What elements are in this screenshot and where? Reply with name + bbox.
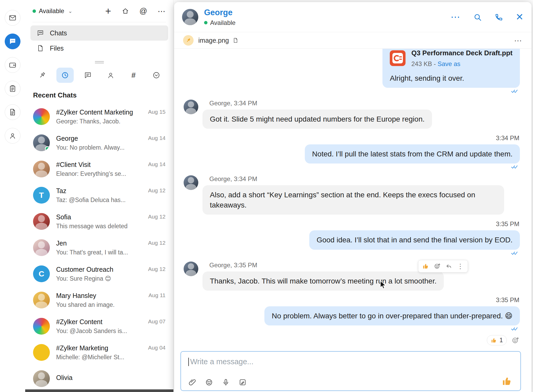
- text-caret: [188, 358, 189, 366]
- ppt-file-icon: [390, 50, 406, 66]
- drag-handle[interactable]: [95, 61, 104, 63]
- chat-list-item[interactable]: SofiaThis message was deleted Aug 12: [29, 208, 169, 235]
- chat-list-item[interactable]: Mary HansleyYou shared an image. Aug 11: [29, 287, 169, 313]
- channels-filter-icon[interactable]: #: [125, 68, 142, 83]
- message-bubble[interactable]: Noted. I’ll pull the latest stats from t…: [305, 144, 520, 164]
- thumbs-up-icon: [491, 337, 497, 344]
- add-reaction-icon[interactable]: [511, 336, 519, 344]
- avatar: [33, 108, 50, 125]
- message-bubble[interactable]: Good idea. I’ll slot that in and send th…: [309, 230, 520, 249]
- avatar[interactable]: [184, 262, 198, 276]
- message-composer[interactable]: Write a message...: [180, 351, 521, 391]
- reply-icon[interactable]: [444, 262, 454, 271]
- composer-toolbar: [188, 378, 247, 386]
- message-list: 3:34 PM Q3 Performance Deck Draft.ppt 24…: [174, 49, 531, 349]
- sidebar-item-files[interactable]: Files: [30, 41, 168, 56]
- search-icon[interactable]: [473, 13, 482, 21]
- chats-icon[interactable]: [5, 34, 20, 49]
- tasks-icon[interactable]: [5, 81, 20, 96]
- chat-title[interactable]: George: [204, 8, 236, 17]
- chat-date: Aug 12: [148, 182, 166, 194]
- notes-icon[interactable]: [5, 104, 20, 120]
- file-size: 243 KB -: [411, 60, 438, 67]
- chevron-down-icon[interactable]: ⌄: [68, 8, 72, 14]
- chat-preview: You: No problem. Alway...: [56, 144, 142, 151]
- mic-icon[interactable]: [222, 378, 230, 386]
- chat-list-item[interactable]: JenYou: That's great, I will ta... Aug 1…: [29, 235, 169, 261]
- chat-name: Jen: [56, 239, 142, 247]
- more-vertical-icon[interactable]: ⋮: [456, 262, 465, 271]
- reaction-pill[interactable]: 1: [487, 335, 507, 345]
- sidebar: Available ⌄ + @ ⋯ Chats Files: [25, 0, 174, 392]
- status-selector[interactable]: Available: [39, 7, 64, 15]
- timestamp: 3:35 PM: [184, 296, 519, 304]
- add-reaction-icon[interactable]: [433, 262, 442, 271]
- attachment-icon[interactable]: [188, 378, 196, 386]
- phone-icon[interactable]: [494, 13, 503, 21]
- avatar: [33, 370, 50, 387]
- incoming-message: George, 3:34 PM Got it. Slide 5 might ne…: [184, 100, 432, 129]
- file-name[interactable]: Q3 Performance Deck Draft.ppt: [411, 49, 513, 58]
- pinned-message-bar[interactable]: image.png ⋯: [174, 32, 531, 49]
- chat-list-item[interactable]: T TazTaz: @Sofia Deluca has... Aug 12: [29, 182, 169, 208]
- sidebar-actions: + @ ⋯: [105, 6, 166, 16]
- message-hover-toolbar: ⋮: [418, 260, 468, 273]
- sidebar-item-chats[interactable]: Chats: [30, 25, 168, 41]
- sender-line: George, 3:34 PM: [209, 100, 432, 107]
- chat-name: Mary Hansley: [56, 292, 142, 300]
- chat-list-item[interactable]: GeorgeYou: No problem. Alway... Aug 14: [29, 130, 169, 156]
- pin-filter-icon[interactable]: [34, 68, 51, 83]
- chat-list-item[interactable]: #Client VisitEleanor: Everything’s se...…: [29, 156, 169, 182]
- chat-bubble-icon: [37, 29, 44, 37]
- new-chat-button[interactable]: +: [105, 6, 111, 16]
- chat-list-item[interactable]: #Zylker MarketingMichelle: @Micheller St…: [29, 339, 169, 366]
- avatar[interactable]: [184, 175, 198, 190]
- chat-preview: Eleanor: Everything’s se...: [56, 170, 142, 177]
- avatar: [33, 318, 50, 335]
- contacts-filter-icon[interactable]: [102, 68, 119, 83]
- contacts-icon[interactable]: [5, 128, 20, 144]
- file-icon: [233, 37, 238, 43]
- chat-preview: You shared an image.: [56, 301, 142, 308]
- timestamp: 3:35 PM: [184, 220, 519, 228]
- message-bubble[interactable]: Thanks, Jacob. This will make tomorrow’s…: [202, 271, 444, 291]
- more-filters-icon[interactable]: [148, 68, 165, 83]
- thumbs-up-send-icon[interactable]: [502, 376, 513, 387]
- pinned-file-name[interactable]: image.png: [198, 37, 229, 44]
- chat-date: Aug 14: [148, 130, 166, 141]
- mail-icon[interactable]: [5, 10, 20, 26]
- signature-icon[interactable]: [239, 378, 247, 386]
- sidebar-item-label: Files: [50, 45, 64, 52]
- chat-header-avatar[interactable]: [182, 9, 198, 25]
- chat-list-item[interactable]: #Zylker Content MarketingGeorge: Thanks,…: [29, 104, 169, 130]
- timestamp: 3:34 PM: [184, 134, 519, 142]
- chat-status: Available: [210, 19, 236, 26]
- save-as-link[interactable]: Save as: [438, 60, 460, 67]
- chat-list-item[interactable]: #Zylker ContentYou: @Jacob Sanders is...…: [29, 313, 169, 339]
- chat-list-item[interactable]: Olivia: [29, 366, 169, 392]
- message-bubble[interactable]: Q3 Performance Deck Draft.ppt 243 KB - S…: [382, 49, 520, 88]
- close-icon[interactable]: ✕: [516, 12, 524, 22]
- avatar: T: [33, 187, 50, 204]
- message-bubble[interactable]: Got it. Slide 5 might need updated numbe…: [202, 110, 432, 129]
- chat-list-item[interactable]: C Customer OutreachYou: Sure Regina 😊 Au…: [29, 261, 169, 287]
- thumbs-up-icon[interactable]: [421, 262, 430, 271]
- conversations-filter-icon[interactable]: [79, 68, 97, 83]
- wallet-icon[interactable]: [5, 57, 20, 73]
- outgoing-message: Noted. I’ll pull the latest stats from t…: [305, 144, 520, 169]
- more-options-icon[interactable]: ⋯: [158, 7, 166, 16]
- message-bubble[interactable]: No problem. Always better to go in over-…: [264, 306, 520, 325]
- chat-preview: George: Thanks, Jacob.: [56, 118, 142, 125]
- message-bubble[interactable]: Also, add a short “Key Learnings” sectio…: [202, 185, 504, 215]
- pinned-more-icon[interactable]: ⋯: [514, 36, 523, 45]
- recent-filter-icon[interactable]: [56, 68, 74, 83]
- avatar[interactable]: [184, 100, 198, 114]
- presence-dot: [204, 21, 207, 24]
- more-icon[interactable]: ⋯: [451, 12, 461, 23]
- home-icon[interactable]: [122, 7, 129, 15]
- mentions-icon[interactable]: @: [140, 7, 147, 15]
- read-receipt-icon: [511, 165, 519, 169]
- emoji-icon[interactable]: [205, 378, 213, 386]
- chat-preview: You: That's great, I will ta...: [56, 249, 142, 256]
- chat-preview: This message was deleted: [56, 223, 142, 230]
